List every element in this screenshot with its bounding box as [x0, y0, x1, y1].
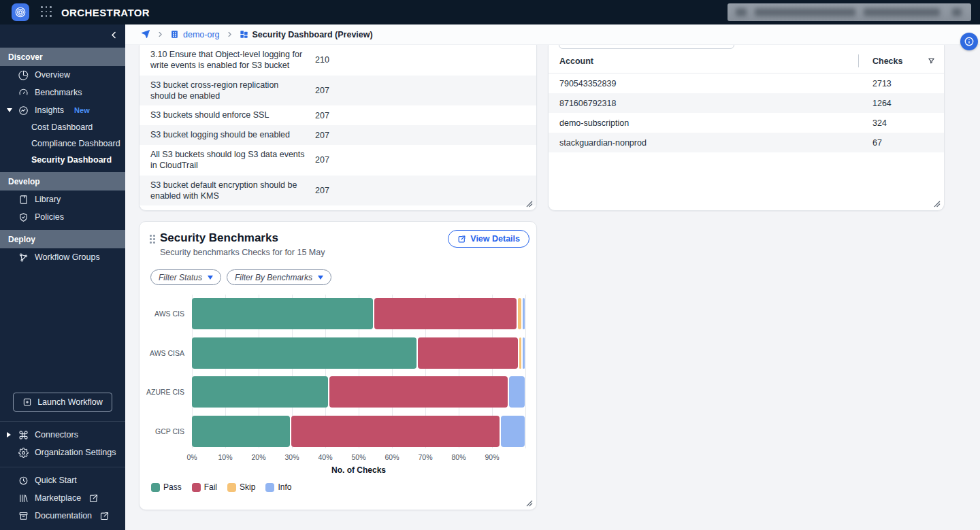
info-button[interactable] [960, 33, 978, 50]
launch-workflow-button[interactable]: Launch Workflow [13, 393, 112, 412]
bar-segment-pass[interactable] [192, 337, 416, 369]
bar-segment-pass[interactable] [192, 416, 290, 447]
sidebar-item-library[interactable]: Library [0, 191, 125, 208]
external-link-icon [88, 493, 99, 503]
account-row[interactable]: stackguardian-nonprod67 [549, 133, 944, 152]
check-row[interactable]: 3.10 Ensure that Object-level logging fo… [140, 45, 536, 76]
sidebar-item-security-dashboard[interactable]: Security Dashboard [0, 152, 125, 168]
books-icon [18, 493, 29, 503]
legend-item-fail[interactable]: Fail [192, 482, 217, 492]
search-input[interactable] [559, 45, 734, 49]
sidebar-item-documentation[interactable]: Documentation [0, 507, 125, 525]
check-row[interactable]: S3 bucket logging should be enabled207 [140, 125, 536, 145]
check-name: S3 buckets should enforce SSL [150, 110, 306, 120]
account-checks-count: 324 [872, 118, 887, 128]
sidebar-item-label: Policies [35, 212, 64, 222]
sidebar-item-label: Connectors [35, 430, 78, 440]
column-header-checks[interactable]: Checks [872, 56, 902, 66]
legend-item-skip[interactable]: Skip [227, 482, 255, 492]
bar-segment-fail[interactable] [329, 376, 508, 408]
bar-segment-fail[interactable] [418, 337, 518, 369]
sidebar-item-policies[interactable]: Policies [0, 208, 125, 226]
check-name: All S3 buckets should log S3 data events… [150, 149, 306, 171]
legend-item-pass[interactable]: Pass [151, 482, 182, 492]
bar-row-aws-cisa [192, 337, 525, 369]
resize-handle-icon[interactable] [933, 200, 941, 208]
sidebar-item-insights[interactable]: InsightsNew [0, 101, 125, 119]
resize-handle-icon[interactable] [525, 200, 533, 208]
view-details-label: View Details [470, 234, 520, 244]
caret-right-icon[interactable] [7, 432, 11, 437]
bar-segment-info[interactable] [501, 416, 525, 447]
filter-benchmarks-dropdown[interactable]: Filter By Benchmarks [227, 269, 331, 285]
check-row[interactable]: All S3 buckets should log S3 data events… [140, 145, 536, 176]
sidebar: DiscoverOverviewBenchmarksInsightsNewCos… [0, 24, 125, 530]
caret-down-icon [318, 276, 323, 280]
check-name: S3 bucket logging should be enabled [150, 129, 306, 140]
external-link-icon [99, 511, 110, 521]
check-count: 207 [315, 186, 329, 195]
app-switcher-icon[interactable] [41, 6, 53, 18]
sidebar-collapse-row [0, 24, 125, 45]
check-row[interactable]: S3 buckets should enforce SSL207 [140, 105, 536, 125]
account-name: demo-subscription [549, 118, 629, 128]
check-count: 210 [315, 55, 329, 65]
sidebar-item-cost-dashboard[interactable]: Cost Dashboard [0, 119, 125, 135]
legend-swatch [227, 483, 236, 492]
sidebar-item-marketplace[interactable]: Marketplace [0, 489, 125, 507]
account-row[interactable]: 8716067923181264 [549, 93, 944, 113]
bar-segment-info[interactable] [523, 298, 525, 329]
bar-segment-info[interactable] [523, 337, 525, 369]
sidebar-item-quick-start[interactable]: Quick Start [0, 471, 125, 489]
bar-segment-info[interactable] [509, 376, 525, 408]
app-title: ORCHESTRATOR [61, 7, 150, 18]
external-link-icon [457, 235, 466, 244]
dashboard-scroll-area[interactable]: 3.10 Ensure that Object-level logging fo… [125, 45, 980, 530]
resize-handle-icon[interactable] [525, 499, 533, 507]
bar-segment-pass[interactable] [192, 376, 328, 408]
sidebar-item-compliance-dashboard[interactable]: Compliance Dashboard [0, 135, 125, 152]
filter-status-dropdown[interactable]: Filter Status [150, 269, 221, 285]
sidebar-item-overview[interactable]: Overview [0, 66, 125, 84]
bar-segment-skip[interactable] [518, 298, 521, 329]
bar-segment-fail[interactable] [374, 298, 517, 329]
sidebar-spacer [0, 266, 125, 393]
bar-segment-fail[interactable] [291, 416, 500, 447]
filter-funnel-icon[interactable] [928, 57, 935, 65]
check-count: 207 [315, 111, 329, 120]
caret-down-icon[interactable] [7, 108, 12, 112]
sidebar-item-benchmarks[interactable]: Benchmarks [0, 84, 125, 101]
account-row[interactable]: demo-subscription324 [549, 113, 944, 133]
x-tick-label: 0% [186, 453, 197, 461]
check-count: 207 [315, 131, 329, 140]
breadcrumb-org-link[interactable]: demo-org [170, 30, 220, 39]
account-row[interactable]: 7905433528392713 [549, 73, 944, 93]
legend-item-info[interactable]: Info [265, 482, 291, 492]
app-logo-icon[interactable] [12, 3, 29, 21]
accounts-table: 79054335283927138716067923181264demo-sub… [549, 73, 944, 152]
sidebar-item-organization-settings[interactable]: Organization Settings [0, 444, 125, 461]
bar-segment-skip[interactable] [519, 337, 521, 369]
rocket-icon[interactable] [140, 29, 150, 39]
legend-label: Info [278, 482, 291, 492]
sidebar-item-connectors[interactable]: Connectors [0, 426, 125, 444]
column-header-account[interactable]: Account [559, 56, 593, 66]
filter-status-label: Filter Status [159, 273, 202, 282]
sidebar-item-workflow-groups[interactable]: Workflow Groups [0, 248, 125, 266]
drag-handle-icon[interactable] [150, 235, 157, 245]
column-divider[interactable] [858, 54, 859, 67]
sidebar-collapse-icon[interactable] [109, 30, 119, 40]
x-tick-label: 10% [218, 453, 232, 461]
x-tick-label: 50% [351, 453, 365, 461]
check-row[interactable]: S3 bucket cross-region replication shoul… [140, 76, 536, 106]
user-account-redacted[interactable] [728, 3, 971, 21]
book-icon [18, 195, 29, 205]
check-row[interactable]: S3 bucket default encryption should be e… [140, 176, 536, 206]
bar-segment-pass[interactable] [192, 298, 373, 329]
account-name: stackguardian-nonprod [549, 138, 647, 148]
view-details-button[interactable]: View Details [448, 230, 529, 248]
category-label-azure-cis: AZURE CIS [140, 388, 184, 396]
archive-icon [18, 511, 29, 521]
x-tick-label: 20% [251, 453, 265, 461]
chart-x-axis-label: No. of Checks [192, 465, 525, 475]
